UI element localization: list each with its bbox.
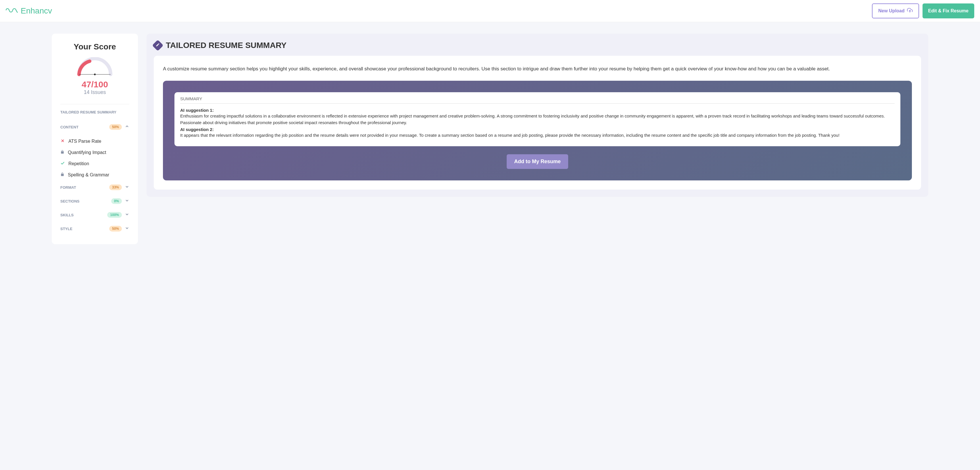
chevron-down-icon — [125, 226, 129, 232]
percent-badge: 0% — [111, 198, 122, 204]
brand-name: Enhancv — [21, 6, 52, 16]
sidebar-section-label: CONTENT — [60, 125, 78, 129]
sidebar-section-label: SKILLS — [60, 213, 73, 217]
new-upload-button[interactable]: New Upload — [872, 3, 919, 18]
score-title: Your Score — [60, 42, 129, 51]
sidebar-item[interactable]: ATS Parse Rate — [60, 136, 129, 147]
add-to-resume-button[interactable]: Add to My Resume — [507, 154, 568, 169]
chevron-down-icon — [125, 198, 129, 204]
sidebar-item-label: Spelling & Grammar — [68, 172, 109, 178]
pen-badge-icon — [152, 40, 164, 51]
content-title: TAILORED RESUME SUMMARY — [166, 41, 286, 50]
percent-badge: 50% — [109, 124, 122, 130]
percent-badge: 100% — [107, 212, 122, 218]
ai-suggestion-1-label: AI suggestion 1: — [180, 108, 214, 113]
sidebar-section-sections[interactable]: SECTIONS0% — [60, 194, 129, 208]
sidebar-item-label: ATS Parse Rate — [68, 139, 101, 144]
chevron-down-icon — [125, 184, 129, 190]
lock-icon — [60, 150, 64, 155]
sidebar-section-style[interactable]: STYLE50% — [60, 222, 129, 236]
logo-icon — [6, 7, 18, 15]
sidebar-item[interactable]: Quantifying Impact — [60, 147, 129, 158]
sidebar-section-label: STYLE — [60, 227, 72, 231]
sidebar-section-label: FORMAT — [60, 185, 76, 190]
issues-count: 14 Issues — [60, 89, 129, 95]
ai-suggestion-2-text: It appears that the relevant information… — [180, 132, 895, 139]
sidebar-item-label: Repetition — [68, 161, 89, 166]
score-gauge — [60, 57, 129, 77]
sidebar-item[interactable]: Repetition — [60, 158, 129, 170]
lock-icon — [60, 172, 64, 178]
sidebar-item[interactable]: Spelling & Grammar — [60, 170, 129, 180]
percent-badge: 33% — [109, 184, 122, 190]
main-content: TAILORED RESUME SUMMARY A customize resu… — [146, 33, 928, 197]
summary-box: SUMMARY AI suggestion 1: Enthusiasm for … — [175, 92, 900, 146]
svg-point-1 — [94, 73, 96, 75]
divider — [60, 104, 129, 104]
sidebar-section-label: SECTIONS — [60, 199, 79, 203]
summary-box-title: SUMMARY — [180, 96, 895, 104]
brand-logo[interactable]: Enhancv — [6, 6, 52, 16]
sidebar-section-skills[interactable]: SKILLS100% — [60, 208, 129, 222]
score-value: 47/100 — [60, 79, 129, 89]
upload-cloud-icon — [907, 8, 913, 14]
percent-badge: 50% — [109, 226, 122, 232]
ai-suggestion-2-label: AI suggestion 2: — [180, 127, 214, 132]
sidebar-section-content[interactable]: CONTENT50% — [60, 120, 129, 134]
chevron-down-icon — [125, 212, 129, 218]
content-description: A customize resume summary section helps… — [163, 65, 912, 73]
x-icon — [60, 138, 65, 144]
sidebar-section-format[interactable]: FORMAT33% — [60, 180, 129, 194]
ai-suggestion-1-text: Enthusiasm for creating impactful soluti… — [180, 113, 895, 126]
summary-container: SUMMARY AI suggestion 1: Enthusiasm for … — [163, 81, 912, 180]
check-icon — [60, 161, 65, 167]
chevron-up-icon — [125, 124, 129, 130]
sidebar-item-label: Quantifying Impact — [68, 150, 106, 155]
edit-fix-resume-button[interactable]: Edit & Fix Resume — [923, 3, 974, 18]
score-sidebar: Your Score 47/100 14 Issues TAILORED RES… — [52, 33, 138, 244]
sidebar-tailored-title[interactable]: TAILORED RESUME SUMMARY — [60, 110, 129, 114]
